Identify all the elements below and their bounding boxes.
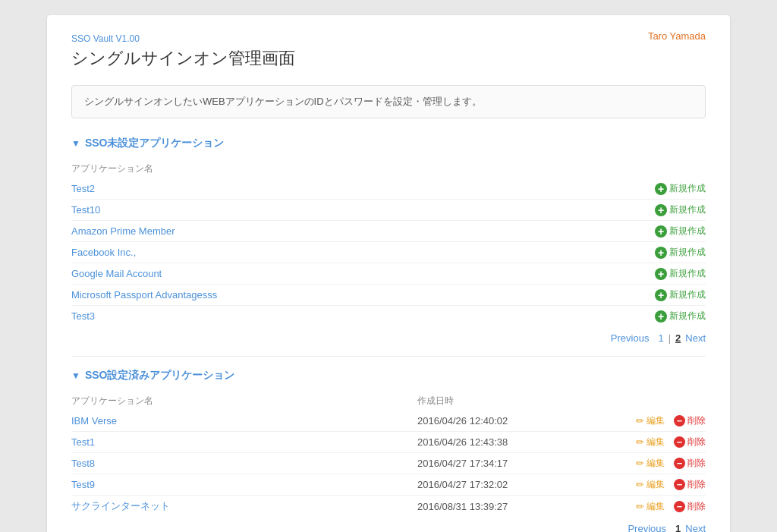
table-row: Test3 + 新規作成 — [71, 306, 706, 326]
delete-button[interactable]: − 削除 — [674, 436, 706, 449]
delete-button[interactable]: − 削除 — [674, 500, 706, 513]
plus-icon: + — [655, 183, 667, 195]
plus-icon: + — [655, 289, 667, 301]
pencil-icon: ✏ — [636, 501, 644, 512]
plus-icon: + — [655, 310, 667, 323]
new-button[interactable]: + 新規作成 — [655, 310, 706, 323]
new-button[interactable]: + 新規作成 — [655, 246, 706, 259]
pencil-icon: ✏ — [636, 458, 644, 469]
set-col-app-name: アプリケーション名 — [71, 395, 417, 408]
new-button-label: 新規作成 — [669, 225, 706, 238]
set-app-name: Test9 — [71, 479, 417, 490]
table-row: Test8 2016/04/27 17:34:17 ✏ 編集 − 削除 — [71, 453, 706, 474]
plus-icon: + — [655, 247, 667, 259]
edit-label: 編集 — [646, 436, 665, 449]
edit-button[interactable]: ✏ 編集 — [636, 500, 665, 513]
table-row: サクラインターネット 2016/08/31 13:39:27 ✏ 編集 − 削除 — [71, 496, 706, 517]
edit-button[interactable]: ✏ 編集 — [636, 414, 665, 427]
set-app-name: サクラインターネット — [71, 499, 417, 513]
set-page1-link[interactable]: 1 — [675, 523, 681, 532]
new-button[interactable]: + 新規作成 — [655, 182, 706, 195]
set-app-date: 2016/04/27 17:32:02 — [417, 479, 554, 490]
new-button[interactable]: + 新規作成 — [655, 267, 706, 280]
plus-icon: + — [655, 268, 667, 280]
minus-icon: − — [674, 436, 685, 448]
set-pagination: Previous 1 Next — [71, 523, 706, 532]
pencil-icon: ✏ — [636, 436, 644, 448]
delete-label: 削除 — [687, 500, 706, 513]
unset-prev-link[interactable]: Previous — [611, 332, 650, 344]
app-version: SSO Vault V1.00 — [71, 33, 706, 44]
table-row: Test9 2016/04/27 17:32:02 ✏ 編集 − 削除 — [71, 474, 706, 496]
table-row: Google Mail Account + 新規作成 — [71, 263, 706, 285]
unset-separator: | — [668, 332, 671, 344]
set-app-name: Test1 — [71, 436, 417, 448]
unset-app-name: Amazon Prime Member — [71, 225, 554, 237]
new-button-label: 新規作成 — [669, 182, 706, 195]
set-section-title: SSO設定済みアプリケーション — [85, 369, 235, 382]
unset-col-header: アプリケーション名 — [71, 159, 706, 178]
set-app-name: Test8 — [71, 458, 417, 469]
table-row: Test2 + 新規作成 — [71, 178, 706, 200]
collapse-arrow-set: ▼ — [71, 370, 80, 381]
delete-button[interactable]: − 削除 — [674, 478, 706, 491]
unset-app-name: Google Mail Account — [71, 268, 554, 279]
section-divider — [71, 356, 706, 357]
unset-section-header[interactable]: ▼ SSO未設定アプリケーション — [71, 137, 706, 150]
set-prev-link[interactable]: Previous — [628, 523, 666, 532]
unset-app-name: Test3 — [71, 310, 554, 322]
unset-app-name: Microsoft Passport Advantagesss — [71, 289, 554, 301]
page-title: シングルサインオン管理画面 — [71, 47, 706, 70]
unset-apps-table: アプリケーション名 Test2 + 新規作成 Test10 + 新規作成 Ama… — [71, 159, 706, 326]
table-row: Microsoft Passport Advantagesss + 新規作成 — [71, 285, 706, 306]
unset-section-title: SSO未設定アプリケーション — [85, 137, 225, 150]
unset-apps-rows: Test2 + 新規作成 Test10 + 新規作成 Amazon Prime … — [71, 178, 706, 326]
edit-label: 編集 — [646, 500, 665, 513]
table-row: Test10 + 新規作成 — [71, 200, 706, 221]
unset-page1-link[interactable]: 1 — [658, 332, 663, 344]
delete-label: 削除 — [687, 436, 706, 449]
set-col-header: アプリケーション名 作成日時 — [71, 392, 706, 411]
new-button-label: 新規作成 — [669, 203, 706, 216]
delete-label: 削除 — [687, 457, 706, 470]
new-button-label: 新規作成 — [669, 288, 706, 301]
minus-icon: − — [674, 415, 685, 427]
plus-icon: + — [655, 225, 667, 238]
set-apps-rows: IBM Verse 2016/04/26 12:40:02 ✏ 編集 − 削除 … — [71, 411, 706, 517]
pencil-icon: ✏ — [636, 479, 644, 490]
set-section-header[interactable]: ▼ SSO設定済みアプリケーション — [71, 369, 706, 382]
new-button[interactable]: + 新規作成 — [655, 203, 706, 216]
unset-app-name: Facebook Inc., — [71, 247, 554, 258]
edit-button[interactable]: ✏ 編集 — [636, 436, 665, 449]
edit-label: 編集 — [646, 457, 665, 470]
edit-button[interactable]: ✏ 編集 — [636, 478, 665, 491]
edit-button[interactable]: ✏ 編集 — [636, 457, 665, 470]
minus-icon: − — [674, 479, 685, 490]
delete-button[interactable]: − 削除 — [674, 457, 706, 470]
table-row: Test1 2016/04/26 12:43:38 ✏ 編集 − 削除 — [71, 432, 706, 453]
new-button[interactable]: + 新規作成 — [655, 288, 706, 301]
set-col-actions — [554, 395, 706, 408]
table-row: Amazon Prime Member + 新規作成 — [71, 221, 706, 242]
delete-label: 削除 — [687, 478, 706, 491]
unset-next-link[interactable]: Next — [685, 332, 706, 344]
delete-label: 削除 — [687, 414, 706, 427]
edit-label: 編集 — [646, 414, 665, 427]
pencil-icon: ✏ — [636, 415, 644, 427]
table-row: IBM Verse 2016/04/26 12:40:02 ✏ 編集 − 削除 — [71, 411, 706, 432]
unset-page2-link[interactable]: 2 — [675, 332, 681, 344]
set-app-date: 2016/04/26 12:43:38 — [417, 436, 554, 448]
new-button-label: 新規作成 — [669, 267, 706, 280]
set-next-link[interactable]: Next — [685, 523, 706, 532]
unset-app-name: Test10 — [71, 204, 554, 216]
new-button-label: 新規作成 — [669, 246, 706, 259]
new-button[interactable]: + 新規作成 — [655, 225, 706, 238]
description-box: シングルサインオンしたいWEBアプリケーションのIDとパスワードを設定・管理しま… — [71, 85, 706, 118]
set-app-date: 2016/04/27 17:34:17 — [417, 458, 554, 469]
new-button-label: 新規作成 — [669, 310, 706, 323]
set-app-date: 2016/04/26 12:40:02 — [417, 415, 554, 427]
delete-button[interactable]: − 削除 — [674, 414, 706, 427]
table-row: Facebook Inc., + 新規作成 — [71, 242, 706, 263]
set-app-date: 2016/08/31 13:39:27 — [417, 501, 554, 512]
minus-icon: − — [674, 501, 685, 512]
